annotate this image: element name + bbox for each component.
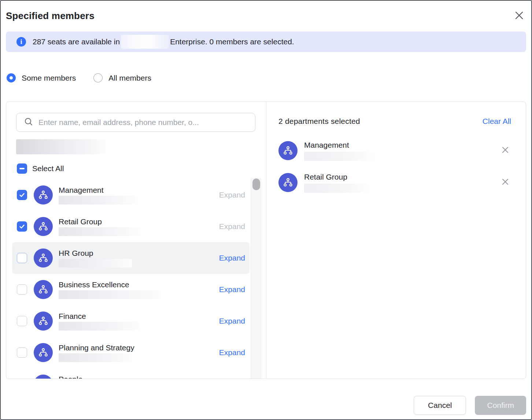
dialog-title: Specified members bbox=[6, 10, 95, 22]
department-avatar-orgchart-icon bbox=[34, 343, 53, 362]
department-avatar-orgchart-icon bbox=[34, 375, 53, 379]
selected-item-retail-group: Retail Group bbox=[278, 166, 511, 198]
redacted-breadcrumb bbox=[16, 139, 106, 154]
redacted-subtitle bbox=[304, 152, 374, 161]
radio-all-members[interactable]: All members bbox=[93, 73, 151, 82]
checkbox-unchecked-icon[interactable] bbox=[17, 316, 27, 326]
search-box bbox=[16, 113, 255, 132]
clear-all-link[interactable]: Clear All bbox=[483, 117, 511, 126]
department-list: Management Expand Retail Group Exp bbox=[6, 179, 266, 379]
department-avatar-orgchart-icon bbox=[278, 173, 298, 192]
expand-link[interactable]: Expand bbox=[219, 348, 245, 357]
list-scrollbar[interactable] bbox=[251, 178, 261, 379]
checkbox-unchecked-icon[interactable] bbox=[17, 253, 27, 263]
radio-selected-icon bbox=[7, 73, 16, 82]
checkbox-unchecked-icon[interactable] bbox=[17, 347, 27, 358]
search-icon bbox=[24, 117, 33, 128]
confirm-button[interactable]: Confirm bbox=[475, 396, 526, 415]
redacted-subtitle bbox=[59, 353, 132, 362]
selected-count-label: 2 departments selected bbox=[278, 117, 360, 126]
selected-item-management: Management bbox=[278, 135, 511, 166]
redacted-org-name bbox=[121, 35, 169, 49]
select-all-row[interactable]: Select All bbox=[17, 163, 266, 174]
department-name: Retail Group bbox=[59, 217, 141, 226]
department-row-people[interactable]: People Expand bbox=[12, 368, 250, 379]
redacted-subtitle bbox=[59, 227, 141, 236]
department-row-finance[interactable]: Finance Expand bbox=[12, 305, 250, 337]
department-avatar-orgchart-icon bbox=[34, 217, 53, 236]
expand-link: Expand bbox=[219, 191, 245, 199]
selected-item-name: Retail Group bbox=[304, 172, 369, 181]
member-scope-radios: Some members All members bbox=[7, 73, 526, 82]
department-avatar-orgchart-icon bbox=[34, 185, 53, 205]
search-input[interactable] bbox=[38, 118, 250, 127]
department-name: Business Excellence bbox=[59, 280, 161, 289]
remove-x-icon bbox=[500, 145, 510, 156]
department-avatar-orgchart-icon bbox=[278, 141, 298, 160]
seats-info-banner: i 287 seats are available in Enterprise.… bbox=[6, 32, 526, 52]
member-picker: Select All Management Expand bbox=[6, 102, 526, 379]
checkbox-checked-icon[interactable] bbox=[17, 221, 27, 232]
department-name: Management bbox=[59, 185, 137, 195]
department-row-hr-group[interactable]: HR Group Expand bbox=[12, 242, 250, 274]
department-row-planning-and-strategy[interactable]: Planning and Strategy Expand bbox=[12, 337, 250, 368]
department-name: Finance bbox=[59, 312, 140, 321]
checkbox-checked-icon[interactable] bbox=[17, 190, 27, 200]
close-button[interactable] bbox=[513, 10, 525, 22]
radio-some-members[interactable]: Some members bbox=[7, 73, 76, 82]
selected-items-pane: 2 departments selected Clear All Managem… bbox=[266, 102, 526, 379]
expand-link[interactable]: Expand bbox=[219, 254, 245, 262]
department-name: HR Group bbox=[59, 248, 132, 258]
expand-link: Expand bbox=[219, 222, 245, 231]
department-row-business-excellence[interactable]: Business Excellence Expand bbox=[12, 274, 250, 305]
cancel-button[interactable]: Cancel bbox=[414, 396, 466, 415]
dialog-footer: Cancel Confirm bbox=[1, 396, 526, 415]
remove-x-icon bbox=[500, 177, 510, 188]
department-row-management[interactable]: Management Expand bbox=[12, 179, 250, 211]
redacted-subtitle bbox=[59, 259, 132, 268]
department-name: People bbox=[59, 375, 136, 379]
redacted-subtitle bbox=[59, 322, 140, 331]
selected-item-name: Management bbox=[304, 140, 374, 150]
expand-link[interactable]: Expand bbox=[219, 317, 245, 325]
info-icon: i bbox=[16, 37, 26, 47]
dialog-header: Specified members bbox=[1, 1, 531, 22]
expand-link[interactable]: Expand bbox=[219, 285, 245, 294]
department-avatar-orgchart-icon bbox=[34, 312, 53, 331]
seats-info-text: 287 seats are available in Enterprise. 0… bbox=[33, 35, 294, 49]
redacted-subtitle bbox=[59, 196, 137, 205]
radio-unselected-icon bbox=[93, 73, 103, 82]
remove-selected-button[interactable] bbox=[500, 145, 511, 156]
select-all-checkbox-indeterminate-icon[interactable] bbox=[17, 163, 27, 174]
redacted-subtitle bbox=[304, 184, 369, 193]
department-browser-pane: Select All Management Expand bbox=[6, 102, 266, 379]
checkbox-unchecked-icon[interactable] bbox=[17, 284, 27, 295]
selected-items-list: Management Retail Group bbox=[278, 135, 511, 198]
department-avatar-orgchart-icon bbox=[34, 248, 53, 268]
department-row-retail-group[interactable]: Retail Group Expand bbox=[12, 211, 250, 242]
remove-selected-button[interactable] bbox=[500, 177, 511, 188]
close-icon bbox=[513, 10, 525, 22]
department-avatar-orgchart-icon bbox=[34, 280, 53, 299]
redacted-subtitle bbox=[59, 290, 161, 299]
scrollbar-thumb[interactable] bbox=[252, 178, 260, 190]
department-name: Planning and Strategy bbox=[59, 343, 134, 352]
